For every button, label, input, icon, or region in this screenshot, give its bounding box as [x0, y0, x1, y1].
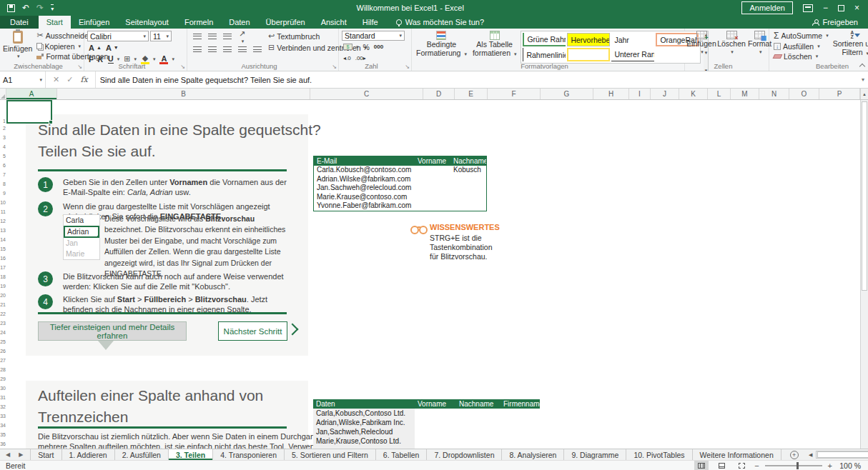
table-cell[interactable] — [450, 201, 486, 211]
table-cell[interactable]: Marie.Krause@contoso.com — [314, 193, 415, 202]
row-header[interactable]: 34 — [0, 421, 6, 430]
share-button[interactable]: Freigeben — [812, 16, 868, 29]
zoom-level[interactable]: 100 % — [838, 461, 861, 470]
sheet-nav-right-icon[interactable]: ▶ — [19, 451, 23, 458]
column-header-p[interactable]: P — [819, 89, 860, 99]
expand-formula-bar-icon[interactable]: ▾ — [858, 71, 868, 88]
format-as-table-button[interactable]: Als Tabelleformatieren ▾ — [471, 31, 518, 61]
row-header[interactable]: 4 — [0, 142, 6, 151]
cell-style-hervorheben[interactable]: Hervorheben — [567, 33, 610, 46]
table-cell[interactable] — [415, 409, 456, 418]
table-cell[interactable]: Carla.Kobusch@contoso.com — [314, 166, 415, 175]
scroll-left-icon[interactable]: ◀ — [807, 452, 814, 458]
row-header[interactable]: 8 — [0, 179, 6, 189]
table-cell[interactable]: Jan,Sachweh,Relecloud — [313, 427, 415, 436]
sheet-tab-teilen[interactable]: 3. Teilen — [169, 449, 213, 460]
next-step-button[interactable]: Nächster Schritt — [218, 321, 287, 341]
row-header[interactable]: 25 — [0, 337, 6, 346]
vertical-scrollbar-thumb[interactable] — [862, 101, 867, 291]
table-cell[interactable] — [450, 175, 486, 184]
row-header[interactable]: 27 — [0, 356, 6, 365]
redo-icon[interactable]: ↷ — [36, 4, 44, 12]
column-header-g[interactable]: G — [541, 89, 593, 99]
tab-start[interactable]: Start — [39, 16, 71, 29]
conditional-formatting-button[interactable]: BedingteFormatierung ▾ — [415, 31, 468, 61]
restore-button[interactable] — [838, 5, 844, 11]
row-header[interactable]: 19 — [0, 281, 6, 291]
table-cell[interactable] — [500, 427, 540, 436]
paste-button[interactable]: Einfügen▾ — [3, 31, 32, 61]
insert-cells-button[interactable]: + Einfügen▾ — [688, 31, 715, 61]
row-header[interactable]: 29 — [0, 374, 6, 384]
horizontal-scrollbar-thumb[interactable] — [817, 451, 868, 458]
cell-style-rahmenlinie[interactable]: Rahmenlinie... — [523, 48, 566, 61]
percent-button[interactable]: % — [362, 41, 371, 52]
column-header-m[interactable]: M — [731, 89, 759, 99]
row-header[interactable]: 17 — [0, 263, 6, 272]
sheet-nav-left-icon[interactable]: ◀ — [6, 451, 10, 458]
table-cell[interactable] — [456, 427, 500, 436]
row-header[interactable]: 21 — [0, 300, 6, 309]
sheet-tab-pivottables[interactable]: 10. PivotTables — [626, 449, 692, 460]
format-cells-button[interactable]: ▦ Format▾ — [748, 31, 771, 61]
cell-style-gruene-rahmen[interactable]: Grüne Rahm... — [523, 33, 566, 46]
dialog-launcher-icon[interactable]: ↘ — [77, 64, 82, 70]
column-header-h[interactable]: H — [593, 89, 629, 99]
row-header[interactable]: 23 — [0, 319, 6, 328]
row-header[interactable]: 1 — [0, 100, 6, 124]
row-header[interactable]: 12 — [0, 216, 6, 226]
table-cell[interactable] — [456, 409, 500, 418]
table-cell[interactable] — [500, 409, 540, 418]
align-middle-button[interactable] — [205, 31, 219, 43]
close-button[interactable]: × — [854, 4, 859, 12]
sheet-tab-analysieren[interactable]: 8. Analysieren — [502, 449, 564, 460]
column-header-a[interactable]: A — [6, 89, 57, 99]
table-cell[interactable] — [456, 436, 500, 446]
new-sheet-button[interactable]: + — [781, 449, 807, 460]
dialog-launcher-icon[interactable]: ↘ — [332, 64, 337, 70]
sheet-tab-dropdownlisten[interactable]: 7. Dropdownlisten — [427, 449, 502, 460]
tell-me-box[interactable]: Was möchten Sie tun? — [386, 16, 484, 29]
row-header[interactable]: 10 — [0, 198, 6, 207]
undo-icon[interactable]: ↶ — [22, 4, 29, 12]
table-cell[interactable] — [415, 193, 450, 202]
row-header[interactable]: 14 — [0, 235, 6, 244]
table-cell[interactable]: Adrian,Wilske,Fabrikam Inc. — [313, 418, 415, 427]
select-all-corner[interactable] — [0, 89, 6, 99]
column-header-d[interactable]: D — [423, 89, 455, 99]
increase-indent-button[interactable] — [250, 44, 264, 56]
column-header-n[interactable]: N — [759, 89, 789, 99]
row-header[interactable]: 18 — [0, 272, 6, 281]
dialog-launcher-icon[interactable]: ↘ — [405, 64, 410, 70]
column-header-o[interactable]: O — [789, 89, 819, 99]
row-header[interactable]: 24 — [0, 328, 6, 337]
align-right-button[interactable] — [220, 44, 234, 56]
details-button[interactable]: Tiefer einsteigen und mehr Details erfah… — [38, 321, 187, 341]
sort-filter-button[interactable]: AZ Sortieren undFiltern ▾ — [833, 31, 868, 61]
enter-icon[interactable]: ✓ — [66, 75, 73, 84]
table-cell[interactable]: Adrian.Wilske@fabrikam.com — [314, 175, 415, 184]
table-cell[interactable]: Yvonne.Faber@fabrikam.com — [314, 201, 415, 211]
ribbon-display-options-icon[interactable] — [803, 4, 813, 12]
normal-view-button[interactable] — [694, 461, 709, 470]
tab-ansicht[interactable]: Ansicht — [313, 16, 355, 29]
page-break-view-button[interactable] — [734, 461, 749, 470]
font-name-select[interactable]: Calibri▾ — [87, 31, 149, 41]
row-header[interactable]: 9 — [0, 189, 6, 198]
align-center-button[interactable] — [205, 44, 219, 56]
row-header[interactable]: 30 — [0, 384, 6, 393]
table-cell[interactable] — [415, 166, 450, 175]
table-cell[interactable] — [450, 193, 486, 202]
column-header-e[interactable]: E — [455, 89, 488, 99]
table-cell[interactable] — [415, 418, 456, 427]
table-cell[interactable] — [500, 436, 540, 446]
sheet-tab-tabellen[interactable]: 6. Tabellen — [376, 449, 428, 460]
vertical-scrollbar[interactable] — [860, 100, 868, 449]
sheet-tab-weitere-informationen[interactable]: Weitere Informationen — [693, 449, 781, 460]
comma-style-button[interactable]: 000 — [373, 41, 385, 52]
worksheet[interactable]: 1234567891011121314151617181920212223242… — [0, 100, 868, 449]
customize-qat-icon[interactable]: ▾ — [51, 4, 54, 12]
formula-input[interactable]: Sind alle Daten in eine Spalte gequetsch… — [96, 71, 858, 88]
align-bottom-button[interactable] — [220, 31, 234, 43]
table-cell[interactable] — [450, 184, 486, 193]
